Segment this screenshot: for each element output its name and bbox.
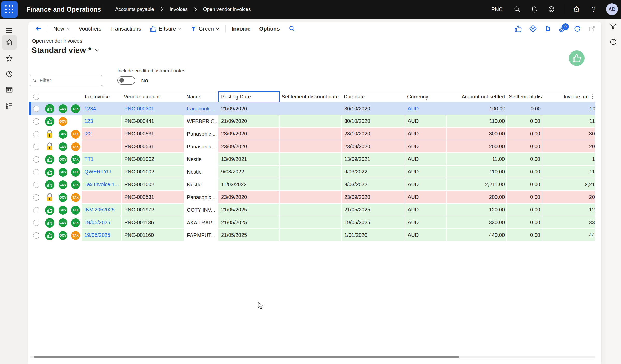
- cell-name[interactable]: Nestle: [184, 166, 218, 178]
- cell-tax-invoice-link[interactable]: Tax Invoice 1...: [82, 178, 122, 191]
- cell-name[interactable]: Facebook ...: [184, 102, 218, 115]
- vouchers-button[interactable]: Vouchers: [74, 22, 106, 35]
- table-row[interactable]: GOV TAX PNC-000531 Panasonic ... 23/09/2…: [30, 140, 595, 153]
- column-options-icon[interactable]: [592, 94, 593, 99]
- filter-pane-button[interactable]: [609, 22, 618, 31]
- cell-vendor-account[interactable]: PNC-000531: [122, 128, 184, 140]
- column-header-tax-invoice[interactable]: Tax Invoice: [82, 91, 122, 102]
- eftsure-menu-button[interactable]: Eftsure: [145, 22, 186, 35]
- cell-tax-invoice-link[interactable]: 19/05/2025: [82, 229, 122, 242]
- column-header-invoice-amount[interactable]: Invoice am: [542, 91, 595, 102]
- table-row[interactable]: GOV TAX 1234 PNC-000301 Facebook ... 21/…: [30, 102, 595, 115]
- sidebar-item-home[interactable]: [2, 35, 17, 50]
- table-row[interactable]: GOV TAX PNC-000531 Panasonic ... 23/09/2…: [30, 191, 595, 204]
- row-select-checkbox[interactable]: [30, 178, 43, 191]
- smiley-icon[interactable]: [547, 5, 556, 14]
- gear-icon[interactable]: ⚙: [572, 5, 581, 14]
- cell-tax-invoice-link[interactable]: TT1: [82, 153, 122, 166]
- cell-vendor-account[interactable]: PNC-001002: [122, 178, 184, 191]
- tab-options[interactable]: Options: [255, 22, 284, 35]
- row-select-checkbox[interactable]: [30, 229, 43, 242]
- scrollbar-thumb[interactable]: [34, 356, 459, 358]
- cell-vendor-account[interactable]: PNC-000531: [122, 140, 184, 153]
- office-app-icon[interactable]: [543, 24, 552, 33]
- search-icon[interactable]: [513, 5, 522, 14]
- column-header-settlement-discount[interactable]: Settlement dis...: [507, 91, 542, 102]
- cell-tax-invoice-link[interactable]: 19/05/2025: [82, 216, 122, 229]
- breadcrumb-open-vendor-invoices[interactable]: Open vendor invoices: [203, 6, 251, 12]
- breadcrumb-accounts-payable[interactable]: Accounts payable: [115, 6, 154, 12]
- horizontal-scrollbar[interactable]: [30, 356, 595, 358]
- help-icon[interactable]: ?: [589, 5, 598, 14]
- sidebar-item-favorites[interactable]: [2, 51, 17, 66]
- info-pane-button[interactable]: [609, 37, 618, 47]
- column-header-settlement-discount-date[interactable]: Settlement discount date: [280, 91, 342, 102]
- column-header-amount-not-settled[interactable]: Amount not settled: [447, 91, 507, 102]
- view-selector[interactable]: Standard view *: [32, 46, 100, 55]
- cell-name[interactable]: Nestle: [184, 178, 218, 191]
- table-row[interactable]: GOV TAX QWERTYU PNC-001002 Nestle 9/03/2…: [30, 166, 595, 178]
- column-header-currency[interactable]: Currency: [405, 91, 447, 102]
- cell-name[interactable]: Panasonic ...: [184, 191, 218, 204]
- cell-tax-invoice-link[interactable]: t22: [82, 128, 122, 140]
- cell-name[interactable]: Panasonic ...: [184, 140, 218, 153]
- column-header-vendor-account[interactable]: Vendor account: [122, 91, 184, 102]
- cell-vendor-account[interactable]: PNC-000301: [122, 102, 184, 115]
- cell-name[interactable]: WEBBER C...: [184, 115, 218, 128]
- breadcrumb-invoices[interactable]: Invoices: [170, 6, 188, 12]
- sidebar-item-workspaces[interactable]: [2, 82, 17, 97]
- attachments-paperclip-icon[interactable]: 0: [558, 24, 567, 33]
- cell-name[interactable]: Panasonic ...: [184, 128, 218, 140]
- cell-tax-invoice-link[interactable]: INV-2052025: [82, 204, 122, 216]
- table-row[interactable]: GOV TAX 19/05/2025 PNC-001136 AKA TRAP..…: [30, 216, 595, 229]
- row-select-checkbox[interactable]: [30, 115, 43, 128]
- row-select-checkbox[interactable]: [30, 216, 43, 229]
- tab-invoice[interactable]: Invoice: [227, 22, 255, 35]
- avatar[interactable]: AD: [606, 3, 618, 15]
- green-filter-menu-button[interactable]: Green: [186, 22, 224, 35]
- column-header-due-date[interactable]: Due date: [342, 91, 405, 102]
- credit-adjustment-toggle[interactable]: [117, 76, 135, 85]
- cell-tax-invoice-link[interactable]: [82, 140, 122, 153]
- environment-label[interactable]: PNC: [491, 6, 503, 12]
- column-header-name[interactable]: Name: [184, 91, 218, 102]
- cell-tax-invoice-link[interactable]: 123: [82, 115, 122, 128]
- cell-tax-invoice-link[interactable]: 1234: [82, 102, 122, 115]
- cell-vendor-account[interactable]: PNC-001002: [122, 153, 184, 166]
- row-select-checkbox[interactable]: [30, 128, 43, 140]
- sidebar-item-modules[interactable]: [2, 98, 17, 113]
- cell-vendor-account[interactable]: PNC-000441: [122, 115, 184, 128]
- select-all-checkbox[interactable]: [30, 91, 43, 102]
- column-header-posting-date[interactable]: Posting Date: [218, 91, 280, 102]
- cell-tax-invoice-link[interactable]: QWERTYU: [82, 166, 122, 178]
- transactions-button[interactable]: Transactions: [106, 22, 145, 35]
- back-button[interactable]: [32, 22, 46, 35]
- table-row[interactable]: GOV TAX TT1 PNC-001002 Nestle 13/09/2021…: [30, 153, 595, 166]
- refresh-icon[interactable]: [573, 24, 582, 33]
- feedback-thumbs-up-icon[interactable]: [514, 24, 523, 33]
- row-select-checkbox[interactable]: [30, 166, 43, 178]
- table-row[interactable]: GOV TAX 19/05/2025 PNC-001160 FARMFUT...…: [30, 229, 595, 242]
- cell-name[interactable]: Nestle: [184, 153, 218, 166]
- actionbar-search-icon[interactable]: [284, 22, 300, 35]
- cell-vendor-account[interactable]: PNC-001002: [122, 166, 184, 178]
- sidebar-item-recent[interactable]: [2, 67, 17, 81]
- cell-tax-invoice-link[interactable]: [82, 191, 122, 204]
- new-button[interactable]: New: [49, 22, 74, 35]
- personalize-diamond-icon[interactable]: [529, 24, 537, 33]
- row-select-checkbox[interactable]: [30, 153, 43, 166]
- cell-vendor-account[interactable]: PNC-001972: [122, 204, 184, 216]
- filter-input[interactable]: [39, 77, 99, 84]
- row-select-checkbox[interactable]: [30, 102, 43, 115]
- row-select-checkbox[interactable]: [30, 204, 43, 216]
- cell-name[interactable]: FARMFUT...: [184, 229, 218, 242]
- table-row[interactable]: GOV TAX 123 PNC-000441 WEBBER C... 21/09…: [30, 115, 595, 128]
- cell-name[interactable]: AKA TRAP...: [184, 216, 218, 229]
- cell-vendor-account[interactable]: PNC-000531: [122, 191, 184, 204]
- cell-vendor-account[interactable]: PNC-001136: [122, 216, 184, 229]
- cell-name[interactable]: COTY INV...: [184, 204, 218, 216]
- cell-vendor-account[interactable]: PNC-001160: [122, 229, 184, 242]
- table-row[interactable]: GOV TAX Tax Invoice 1... PNC-001002 Nest…: [30, 178, 595, 191]
- open-in-new-icon[interactable]: [588, 24, 596, 33]
- row-select-checkbox[interactable]: [30, 140, 43, 153]
